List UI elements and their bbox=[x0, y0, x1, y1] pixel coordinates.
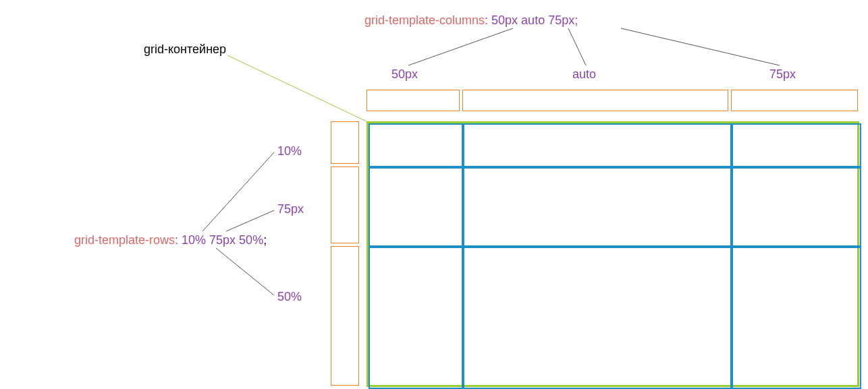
row-value-2: 75px bbox=[277, 202, 304, 216]
column-value-2: auto bbox=[572, 67, 596, 82]
svg-line-2 bbox=[568, 28, 586, 65]
row-track-indicator-3 bbox=[331, 246, 359, 386]
grid-cell bbox=[369, 247, 463, 389]
row-track-indicator-1 bbox=[331, 121, 359, 164]
svg-line-5 bbox=[226, 210, 274, 231]
grid-cell bbox=[369, 167, 463, 247]
columns-property-name: grid-template-columns bbox=[364, 13, 485, 27]
svg-line-4 bbox=[202, 152, 274, 231]
grid-cell bbox=[369, 123, 463, 167]
grid-cell bbox=[732, 247, 861, 389]
grid-cell bbox=[732, 167, 861, 247]
column-track-indicator-2 bbox=[462, 90, 728, 111]
row-value-1: 10% bbox=[277, 144, 302, 158]
svg-line-1 bbox=[408, 28, 513, 65]
grid-cell bbox=[732, 123, 861, 167]
svg-line-6 bbox=[216, 248, 274, 295]
column-track-indicator-1 bbox=[367, 90, 460, 111]
grid-container bbox=[367, 121, 859, 387]
svg-line-3 bbox=[621, 28, 780, 65]
row-value-3: 50% bbox=[277, 290, 302, 304]
rows-semicolon: ; bbox=[263, 233, 267, 247]
svg-line-0 bbox=[227, 55, 367, 121]
grid-cell bbox=[463, 123, 732, 167]
grid-template-rows-declaration: grid-template-rows: 10% 75px 50%; bbox=[74, 233, 267, 247]
grid-cell bbox=[463, 247, 732, 389]
grid-template-columns-declaration: grid-template-columns: 50px auto 75px; bbox=[364, 13, 578, 28]
column-value-1: 50px bbox=[391, 67, 418, 82]
column-track-indicator-3 bbox=[731, 90, 858, 111]
columns-property-values: : 50px auto 75px; bbox=[485, 13, 578, 27]
rows-property-name: grid-template-rows bbox=[74, 233, 175, 247]
grid-cell bbox=[463, 167, 732, 247]
row-track-indicator-2 bbox=[331, 167, 359, 243]
grid-container-label: grid-контейнер bbox=[144, 42, 226, 57]
column-value-3: 75px bbox=[769, 67, 796, 82]
rows-property-values: : 10% 75px 50% bbox=[175, 233, 263, 247]
